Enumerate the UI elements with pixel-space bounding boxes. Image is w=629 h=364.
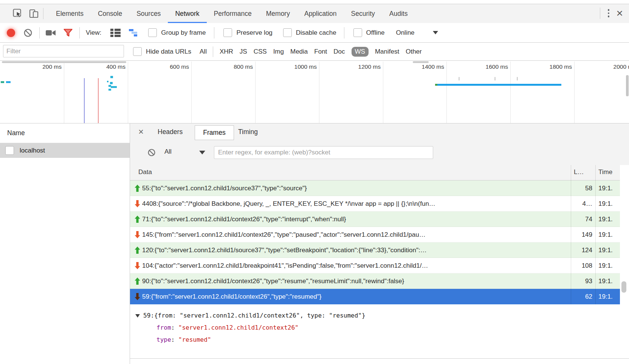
hide-data-urls-checkbox[interactable] bbox=[133, 47, 142, 56]
tab-sources[interactable]: Sources bbox=[129, 4, 168, 23]
separator bbox=[344, 27, 344, 39]
network-overview-timeline[interactable]: 200 ms 400 ms 600 ms 800 ms 1000 ms 1200… bbox=[0, 61, 629, 123]
record-button[interactable] bbox=[7, 29, 15, 37]
frame-row[interactable]: 71:{"to":"server1.conn12.child1/context2… bbox=[130, 211, 629, 227]
timeline-tick-label: 800 ms bbox=[211, 63, 253, 70]
frame-row[interactable]: 4408:{"source":"/*global Backbone, jQuer… bbox=[130, 196, 629, 211]
tab-performance[interactable]: Performance bbox=[207, 4, 259, 23]
request-checkbox[interactable] bbox=[5, 146, 14, 155]
frame-row-selected[interactable]: 59:{"from":"server1.conn12.child1/contex… bbox=[130, 289, 629, 304]
frames-scrollbar-track[interactable] bbox=[620, 165, 629, 304]
throttling-selected-value[interactable]: Online bbox=[396, 29, 414, 37]
filter-type-js[interactable]: JS bbox=[240, 48, 247, 56]
time-column-header[interactable]: Time bbox=[598, 168, 612, 176]
tab-network[interactable]: Network bbox=[168, 4, 206, 23]
device-toolbar-icon[interactable] bbox=[27, 7, 40, 20]
inspect-element-icon[interactable] bbox=[11, 7, 24, 20]
tab-memory[interactable]: Memory bbox=[259, 4, 297, 23]
large-rows-view-icon[interactable] bbox=[110, 29, 121, 37]
preserve-log-checkbox[interactable] bbox=[223, 28, 232, 37]
tab-application[interactable]: Application bbox=[297, 4, 344, 23]
overview-grip[interactable] bbox=[413, 61, 429, 63]
offline-label: Offline bbox=[366, 29, 385, 37]
filter-icon[interactable] bbox=[64, 29, 73, 37]
timeline-event bbox=[110, 82, 113, 84]
timeline-tick-label: 1600 ms bbox=[466, 63, 508, 70]
waterfall-view-icon[interactable] bbox=[129, 29, 139, 37]
filter-type-img[interactable]: Img bbox=[273, 48, 284, 56]
sent-arrow-icon bbox=[135, 278, 140, 285]
filter-type-font[interactable]: Font bbox=[314, 48, 327, 56]
name-column-header[interactable]: Name bbox=[0, 123, 130, 143]
tab-timing[interactable]: Timing bbox=[238, 128, 258, 136]
frame-time: 19:1. bbox=[598, 216, 620, 223]
devtools-tabbar: Elements Console Sources Network Perform… bbox=[0, 4, 629, 23]
overview-grip[interactable] bbox=[2, 61, 126, 63]
disable-cache-checkbox[interactable] bbox=[283, 28, 292, 37]
filter-type-other[interactable]: Other bbox=[406, 48, 422, 56]
filter-input[interactable] bbox=[3, 45, 124, 57]
timeline-event bbox=[108, 89, 111, 91]
frames-table-header: Data L… Time bbox=[130, 165, 629, 180]
filter-type-ws-selected[interactable]: WS bbox=[352, 47, 369, 57]
group-by-frame-label: Group by frame bbox=[161, 29, 206, 37]
network-toolbar: View: Group by frame Preserve log Disabl… bbox=[0, 23, 629, 43]
frame-row[interactable]: 55:{"to":"server1.conn12.child1/source37… bbox=[130, 180, 629, 196]
filter-type-manifest[interactable]: Manifest bbox=[375, 48, 399, 56]
frame-row[interactable]: 145:{"from":"server1.conn12.child1/conte… bbox=[130, 227, 629, 242]
tab-headers[interactable]: Headers bbox=[158, 128, 183, 136]
offline-checkbox[interactable] bbox=[353, 28, 362, 37]
frame-detail-tree: 59:{from: "server1.conn12.child1/context… bbox=[130, 304, 629, 359]
frame-length: 62 bbox=[571, 293, 595, 301]
separator bbox=[600, 8, 600, 19]
frame-row[interactable]: 104:{"actor":"server1.conn12.child1/brea… bbox=[130, 258, 629, 273]
filter-type-css[interactable]: CSS bbox=[254, 48, 267, 56]
frame-length: 93 bbox=[571, 278, 595, 285]
expand-triangle-icon[interactable] bbox=[135, 314, 140, 318]
frame-data: 59:{"from":"server1.conn12.child1/contex… bbox=[142, 293, 567, 301]
capture-screenshots-icon[interactable] bbox=[46, 29, 56, 36]
overview-scrollbar-thumb[interactable] bbox=[626, 75, 629, 96]
timeline-tick-label: 2000 ms bbox=[594, 63, 629, 70]
column-divider[interactable] bbox=[595, 165, 596, 304]
timeline-event bbox=[110, 76, 113, 78]
tab-frames-selected[interactable]: Frames bbox=[195, 125, 234, 140]
frame-row[interactable]: 120:{"to":"server1.conn12.child1/source3… bbox=[130, 242, 629, 258]
clear-icon[interactable] bbox=[23, 28, 33, 37]
tab-elements[interactable]: Elements bbox=[49, 4, 91, 23]
filter-type-all[interactable]: All bbox=[200, 48, 207, 56]
tab-security[interactable]: Security bbox=[344, 4, 382, 23]
filter-type-media[interactable]: Media bbox=[290, 48, 308, 56]
close-detail-icon[interactable]: × bbox=[138, 126, 144, 137]
frames-regex-input[interactable] bbox=[214, 146, 433, 159]
overflow-menu-icon[interactable] bbox=[608, 9, 610, 17]
frame-length: 4… bbox=[571, 200, 595, 208]
tree-root[interactable]: 59:{from: "server1.conn12.child1/context… bbox=[135, 310, 629, 322]
tab-audits[interactable]: Audits bbox=[382, 4, 415, 23]
frame-row[interactable]: 90:{"to":"server1.conn12.child1/context2… bbox=[130, 273, 629, 289]
frame-time: 19:1. bbox=[598, 247, 620, 254]
frame-length: 58 bbox=[571, 185, 595, 192]
group-by-frame-checkbox[interactable] bbox=[148, 28, 157, 37]
close-devtools-icon[interactable]: × bbox=[616, 8, 623, 19]
tree-property[interactable]: type: "resumed" bbox=[135, 334, 629, 346]
filter-type-xhr[interactable]: XHR bbox=[220, 48, 233, 56]
tree-property[interactable]: from: "server1.conn12.child1/context26" bbox=[135, 322, 629, 334]
timeline-tick-label: 1400 ms bbox=[403, 63, 444, 70]
websocket-connection-bar bbox=[437, 84, 561, 86]
separator bbox=[79, 27, 80, 39]
separator bbox=[214, 27, 214, 39]
frames-filter-selected-value[interactable]: All bbox=[164, 148, 172, 156]
requests-pane: Name localhost bbox=[0, 123, 130, 364]
frames-clear-icon[interactable] bbox=[147, 148, 156, 157]
filter-type-doc[interactable]: Doc bbox=[333, 48, 345, 56]
column-divider[interactable] bbox=[571, 165, 571, 304]
frames-filter-dropdown-icon[interactable] bbox=[199, 151, 205, 154]
data-column-header[interactable]: Data bbox=[138, 168, 152, 176]
tab-console[interactable]: Console bbox=[91, 4, 129, 23]
request-row-localhost[interactable]: localhost bbox=[0, 143, 130, 158]
frame-length: 108 bbox=[571, 262, 595, 270]
length-column-header[interactable]: L… bbox=[574, 168, 584, 176]
frames-scrollbar-thumb[interactable] bbox=[621, 281, 626, 293]
throttling-dropdown-icon[interactable] bbox=[433, 31, 438, 34]
